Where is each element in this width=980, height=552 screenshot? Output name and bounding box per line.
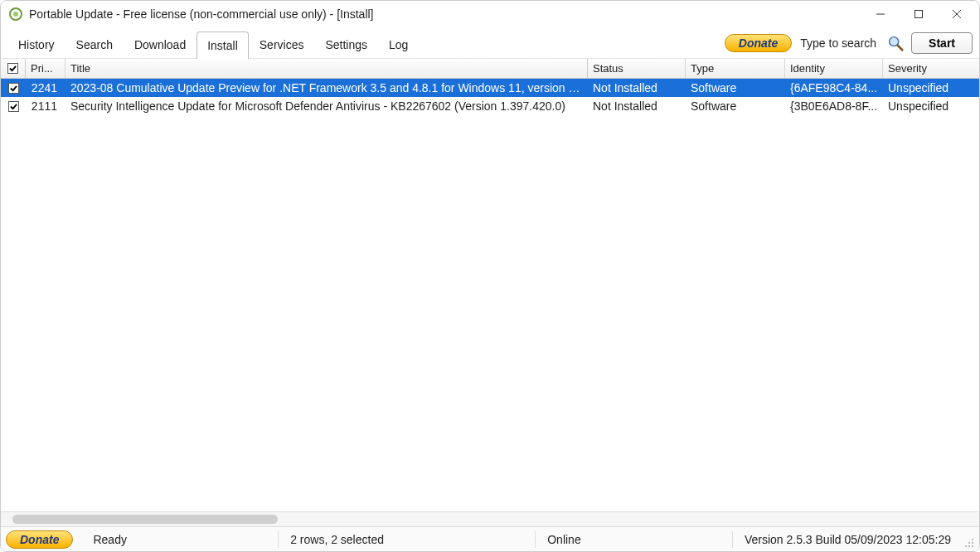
app-icon (9, 7, 22, 21)
column-priority[interactable]: Pri... (26, 59, 65, 78)
start-button[interactable]: Start (911, 32, 973, 54)
grid-body: 2241 2023-08 Cumulative Update Preview f… (1, 79, 979, 511)
cell-type: Software (686, 99, 785, 113)
cell-severity: Unspecified (883, 81, 974, 94)
cell-severity: Unspecified (883, 99, 974, 113)
svg-line-5 (898, 45, 903, 50)
resize-grip-icon[interactable] (963, 536, 976, 550)
tab-log[interactable]: Log (378, 31, 419, 58)
statusbar-donate-button[interactable]: Donate (6, 530, 73, 549)
column-status[interactable]: Status (588, 59, 686, 78)
cell-status: Not Installed (588, 99, 686, 113)
tab-install[interactable]: Install (196, 31, 249, 59)
cell-title: 2023-08 Cumulative Update Preview for .N… (65, 81, 588, 94)
tab-search[interactable]: Search (65, 31, 124, 58)
cell-title: Security Intelligence Update for Microso… (65, 99, 588, 113)
tabs: History Search Download Install Services… (7, 27, 419, 58)
titlebar: Portable Update - Free license (non-comm… (1, 1, 979, 27)
cell-priority: 2241 (26, 81, 65, 94)
row-checkbox[interactable] (1, 101, 26, 112)
cell-status: Not Installed (588, 81, 686, 94)
cell-type: Software (686, 81, 785, 94)
horizontal-scrollbar[interactable] (1, 511, 979, 526)
statusbar: Donate Ready 2 rows, 2 selected Online V… (1, 526, 979, 551)
table-row[interactable]: 2241 2023-08 Cumulative Update Preview f… (1, 79, 979, 97)
status-rows: 2 rows, 2 selected (279, 533, 395, 546)
column-type[interactable]: Type (686, 59, 785, 78)
column-severity[interactable]: Severity (883, 59, 974, 78)
window-title: Portable Update - Free license (non-comm… (29, 7, 374, 21)
window-controls (861, 2, 976, 26)
grid-header: Pri... Title Status Type Identity Severi… (1, 59, 979, 79)
status-version: Version 2.5.3 Build 05/09/2023 12:05:29 (733, 533, 963, 546)
table-row[interactable]: 2111 Security Intelligence Update for Mi… (1, 97, 979, 115)
cell-priority: 2111 (26, 99, 65, 113)
cell-identity: {6AFE98C4-84... (785, 81, 883, 94)
row-checkbox[interactable] (1, 83, 26, 94)
tab-services[interactable]: Services (249, 31, 315, 58)
select-all-checkbox[interactable] (1, 59, 26, 78)
column-title[interactable]: Title (65, 59, 588, 78)
search-icon[interactable] (885, 32, 906, 54)
tab-settings[interactable]: Settings (314, 31, 378, 58)
tab-download[interactable]: Download (124, 31, 196, 58)
maximize-button[interactable] (900, 2, 938, 26)
column-identity[interactable]: Identity (785, 59, 883, 78)
status-online: Online (536, 533, 592, 546)
svg-rect-1 (915, 11, 923, 18)
scrollbar-thumb[interactable] (12, 515, 278, 524)
cell-identity: {3B0E6AD8-8F... (785, 99, 883, 113)
search-input[interactable]: Type to search (800, 36, 876, 50)
donate-button[interactable]: Donate (725, 34, 792, 52)
close-button[interactable] (938, 2, 976, 26)
tab-history[interactable]: History (7, 31, 65, 58)
minimize-button[interactable] (861, 2, 900, 26)
toolbar: History Search Download Install Services… (1, 27, 979, 59)
status-ready: Ready (81, 533, 138, 546)
